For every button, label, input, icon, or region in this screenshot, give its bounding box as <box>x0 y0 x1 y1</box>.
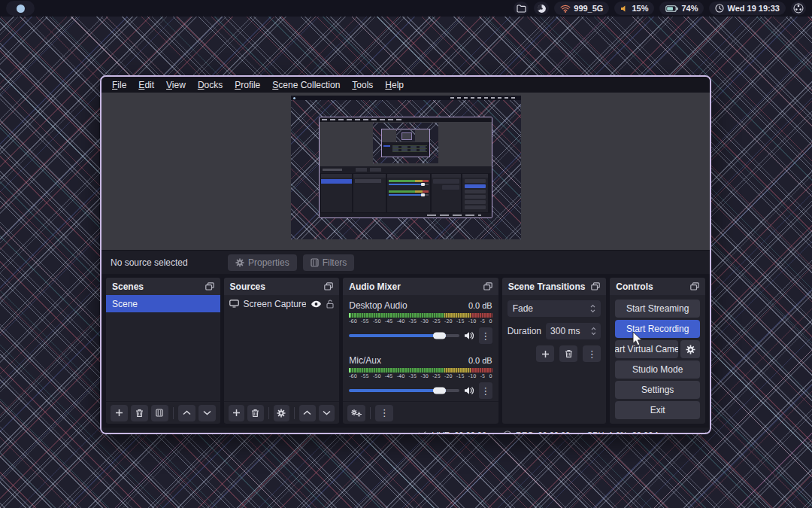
kebab-icon: ⋮ <box>380 407 389 418</box>
obs-window: File Edit View Docks Profile Scene Colle… <box>100 75 711 434</box>
audio-mixer-title: Audio Mixer <box>349 281 401 292</box>
start-streaming-button[interactable]: Start Streaming <box>615 300 700 318</box>
unlock-icon[interactable] <box>326 300 334 309</box>
scene-transitions-panel: Scene Transitions Fade Duration 300 ms <box>502 278 607 424</box>
monitor-icon <box>229 300 239 308</box>
audio-mixer-header[interactable]: Audio Mixer <box>343 278 498 295</box>
virtual-camera-label: Start Virtual Camera <box>615 344 678 354</box>
chevron-down-icon <box>323 410 331 415</box>
sources-title: Sources <box>230 281 265 292</box>
controls-body: Start Streaming Start Recording Start Vi… <box>610 295 705 424</box>
transition-menu-button[interactable]: ⋮ <box>583 345 601 362</box>
transition-select[interactable]: Fade <box>508 300 601 317</box>
advanced-audio-button[interactable] <box>347 405 365 421</box>
volume-indicator[interactable]: 15% <box>614 2 654 15</box>
trash-icon <box>565 349 573 358</box>
channel-menu-button[interactable]: ⋮ <box>479 382 492 399</box>
scenes-toolbar <box>106 401 220 424</box>
dock-popout-icon[interactable] <box>591 282 600 291</box>
virtual-camera-config-button[interactable] <box>680 340 700 358</box>
menu-view[interactable]: View <box>160 80 192 90</box>
source-move-up-button[interactable] <box>299 405 316 421</box>
volume-slider[interactable] <box>349 334 459 337</box>
resize-grip[interactable] <box>698 431 707 434</box>
speaker-icon[interactable] <box>464 331 474 340</box>
volume-slider-handle[interactable] <box>433 388 446 394</box>
mixer-menu-button[interactable]: ⋮ <box>375 405 393 421</box>
gear-icon <box>686 345 695 354</box>
menu-edit[interactable]: Edit <box>132 80 160 90</box>
source-move-down-button[interactable] <box>319 405 335 421</box>
dock-popout-icon[interactable] <box>324 282 333 291</box>
volume-slider-handle[interactable] <box>433 333 446 339</box>
menu-profile[interactable]: Profile <box>229 80 266 90</box>
transitions-header[interactable]: Scene Transitions <box>502 278 607 295</box>
audio-mixer-body: Desktop Audio 0.0 dB -60-55-50-45-40-35-… <box>343 295 498 401</box>
docks-row: Scenes Scene Sources <box>102 274 710 427</box>
cpu-fps-status: CPU: 1.6%, 30.00 fps <box>586 430 666 435</box>
files-tray-item[interactable] <box>514 2 529 15</box>
sources-toolbar <box>224 401 340 424</box>
scene-move-down-button[interactable] <box>198 405 216 421</box>
transitions-buttons: ⋮ <box>508 345 601 362</box>
dock-popout-icon[interactable] <box>690 282 699 291</box>
mini-scenes-panel <box>321 174 353 212</box>
scene-filters-button[interactable] <box>151 405 168 421</box>
filters-label: Filters <box>323 257 347 268</box>
dock-popout-icon[interactable] <box>483 282 492 291</box>
clock-icon <box>715 4 724 13</box>
remove-source-button[interactable] <box>247 405 264 421</box>
clock-indicator[interactable]: Wed 19 19:33 <box>709 2 786 15</box>
exit-button[interactable]: Exit <box>615 401 700 419</box>
menu-scene-collection[interactable]: Scene Collection <box>266 80 346 90</box>
toolbar-separator <box>173 407 174 419</box>
remove-transition-button[interactable] <box>559 345 577 362</box>
source-properties-button[interactable] <box>274 405 290 421</box>
add-scene-button[interactable] <box>111 405 128 421</box>
settings-button[interactable]: Settings <box>615 381 700 399</box>
scene-move-up-button[interactable] <box>178 405 195 421</box>
menu-tools[interactable]: Tools <box>346 80 379 90</box>
studio-mode-button[interactable]: Studio Mode <box>615 360 700 379</box>
sources-header[interactable]: Sources <box>224 278 340 295</box>
obs-tray-item[interactable] <box>791 2 806 15</box>
eye-visible-icon[interactable] <box>311 300 322 308</box>
mini-transitions-panel <box>432 174 460 212</box>
remove-scene-button[interactable] <box>131 405 148 421</box>
mini-menu-bar <box>320 117 492 122</box>
scene-list-item[interactable]: Scene <box>106 295 220 312</box>
preview-canvas[interactable] <box>102 93 710 250</box>
network-indicator[interactable]: 999_5G <box>554 2 609 15</box>
spin-arrows-icon[interactable] <box>591 327 596 336</box>
clock-label: Wed 19 19:33 <box>727 4 780 13</box>
speaker-icon[interactable] <box>464 386 474 395</box>
menu-docks[interactable]: Docks <box>192 80 229 90</box>
volume-slider[interactable] <box>349 389 459 392</box>
micro-obs-window <box>381 129 430 157</box>
add-source-button[interactable] <box>229 405 245 421</box>
properties-button[interactable]: Properties <box>228 254 297 271</box>
channel-menu-button[interactable]: ⋮ <box>479 327 492 344</box>
start-recording-button[interactable]: Start Recording <box>615 320 700 338</box>
duration-spinbox[interactable]: 300 ms <box>546 323 601 339</box>
channel-level: 0.0 dB <box>468 356 492 365</box>
disk-usage-tray-item[interactable] <box>534 2 549 15</box>
dock-popout-icon[interactable] <box>205 282 214 291</box>
controls-header[interactable]: Controls <box>610 278 705 295</box>
audio-mixer-panel: Audio Mixer Desktop Audio 0.0 dB -60-55-… <box>343 278 498 424</box>
filters-button[interactable]: Filters <box>303 254 355 271</box>
scenes-header[interactable]: Scenes <box>106 278 220 295</box>
wifi-icon <box>560 5 571 13</box>
source-status-text: No source selected <box>111 257 222 268</box>
menu-help[interactable]: Help <box>379 80 410 90</box>
menu-file[interactable]: File <box>106 80 132 90</box>
source-list-item[interactable]: Screen Capture (Pi <box>224 295 340 312</box>
activities-indicator[interactable] <box>6 1 35 16</box>
channel-name: Mic/Aux <box>349 355 381 366</box>
add-transition-button[interactable] <box>536 345 554 362</box>
start-virtual-camera-button[interactable]: Start Virtual Camera <box>615 340 678 358</box>
activities-dot-icon <box>17 5 25 13</box>
battery-indicator[interactable]: 74% <box>659 2 704 15</box>
mini-obs-window <box>319 117 492 218</box>
toolbar-separator <box>294 407 295 419</box>
